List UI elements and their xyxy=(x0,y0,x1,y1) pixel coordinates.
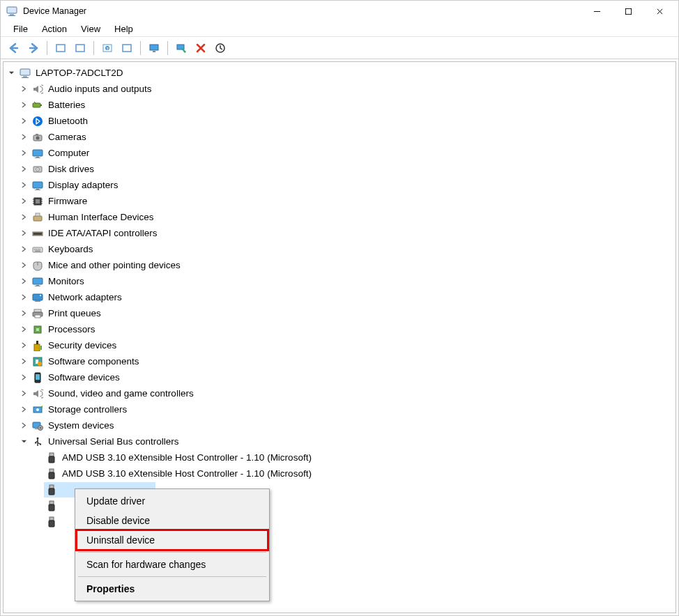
tree-category[interactable]: System devices xyxy=(6,417,676,433)
close-button[interactable] xyxy=(644,1,676,21)
tree-category[interactable]: IDE ATA/ATAPI controllers xyxy=(6,225,676,241)
printer-icon xyxy=(31,307,44,320)
security-icon xyxy=(31,339,44,352)
tree-category[interactable]: Audio inputs and outputs xyxy=(6,81,676,97)
tree-category-usb[interactable]: Universal Serial Bus controllers xyxy=(6,433,676,449)
chip-icon xyxy=(31,195,44,208)
context-menu-item[interactable]: Disable device xyxy=(77,511,268,530)
context-menu-item[interactable]: Update driver xyxy=(77,491,268,511)
caret-right-icon[interactable] xyxy=(19,373,29,383)
tree-device-usb[interactable]: AMD USB 3.10 eXtensible Host Controller … xyxy=(6,449,676,465)
bluetooth-icon xyxy=(31,115,44,128)
tree-root-label: LAPTOP-7ADCLT2D xyxy=(36,66,123,81)
tree-category[interactable]: Disk drives xyxy=(6,161,676,177)
camera-icon xyxy=(31,131,44,144)
usb-dev-icon xyxy=(45,468,58,480)
tree-category[interactable]: Print queues xyxy=(6,305,676,321)
minimize-button[interactable] xyxy=(581,1,613,21)
caret-right-icon[interactable] xyxy=(19,197,29,206)
tb-back-button[interactable] xyxy=(5,39,23,57)
tree-category-label: Print queues xyxy=(48,306,101,321)
battery-icon xyxy=(31,99,44,111)
caret-right-icon[interactable] xyxy=(19,421,29,431)
toolbar xyxy=(1,37,678,59)
window-title: Device Manager xyxy=(23,6,86,16)
titlebar: Device Manager xyxy=(1,1,678,22)
tree-category[interactable]: Bluetooth xyxy=(6,113,676,129)
tree-category-label: IDE ATA/ATAPI controllers xyxy=(48,226,158,241)
maximize-button[interactable] xyxy=(613,1,644,21)
caret-down-icon[interactable] xyxy=(19,437,29,447)
tree-category[interactable]: Mice and other pointing devices xyxy=(6,257,676,273)
caret-right-icon[interactable] xyxy=(19,229,29,238)
tb-show-hidden-button[interactable] xyxy=(52,39,70,57)
caret-right-icon[interactable] xyxy=(19,148,29,158)
tb-help-button[interactable] xyxy=(98,39,116,57)
tree-category-label: Display adapters xyxy=(48,178,119,193)
tb-uninstall-button[interactable] xyxy=(192,39,210,57)
context-menu-separator xyxy=(78,552,266,553)
device-tree[interactable]: LAPTOP-7ADCLT2D Audio inputs and outputs… xyxy=(3,63,676,531)
monitor-icon xyxy=(31,147,44,160)
toolbar-separator xyxy=(167,41,168,55)
menu-action[interactable]: Action xyxy=(35,22,74,36)
menu-view[interactable]: View xyxy=(74,22,107,36)
caret-right-icon[interactable] xyxy=(19,213,29,222)
tree-category[interactable]: Firmware xyxy=(6,193,676,209)
tree-category[interactable]: Software devices xyxy=(6,369,676,385)
caret-right-icon[interactable] xyxy=(19,100,29,110)
tree-category[interactable]: Computer xyxy=(6,145,676,161)
speaker-icon xyxy=(31,83,44,95)
caret-down-icon[interactable] xyxy=(6,68,16,78)
tree-category[interactable]: Storage controllers xyxy=(6,401,676,417)
softdev-icon xyxy=(31,371,44,384)
menu-help[interactable]: Help xyxy=(107,22,140,36)
context-menu-item[interactable]: Scan for hardware changes xyxy=(77,555,268,574)
tree-root[interactable]: LAPTOP-7ADCLT2D xyxy=(6,65,676,81)
caret-right-icon[interactable] xyxy=(19,325,29,334)
tb-forward-button[interactable] xyxy=(24,39,43,57)
tb-scan-button[interactable] xyxy=(172,39,190,57)
caret-right-icon[interactable] xyxy=(19,180,29,190)
context-menu-item[interactable]: Properties xyxy=(77,579,268,599)
usb-dev-icon xyxy=(45,452,58,464)
tree-category[interactable]: Sound, video and game controllers xyxy=(6,385,676,401)
caret-right-icon[interactable] xyxy=(19,164,29,174)
caret-right-icon[interactable] xyxy=(19,405,29,415)
tb-update-button[interactable] xyxy=(118,39,136,57)
tree-category[interactable]: Batteries xyxy=(6,97,676,113)
tree-device-usb[interactable]: AMD USB 3.10 eXtensible Host Controller … xyxy=(6,465,676,482)
caret-right-icon[interactable] xyxy=(19,116,29,126)
caret-right-icon[interactable] xyxy=(19,277,29,286)
caret-right-icon[interactable] xyxy=(19,309,29,318)
mouse-icon xyxy=(31,259,44,272)
caret-right-icon[interactable] xyxy=(19,341,29,351)
caret-right-icon[interactable] xyxy=(19,261,29,270)
tree-category[interactable]: Human Interface Devices xyxy=(6,209,676,225)
caret-right-icon[interactable] xyxy=(19,245,29,254)
tree-category[interactable]: Processors xyxy=(6,321,676,337)
usb-dev-icon xyxy=(45,500,58,512)
tree-category[interactable]: Software components xyxy=(6,353,676,369)
tree-category[interactable]: Display adapters xyxy=(6,177,676,193)
tree-category[interactable]: Network adapters xyxy=(6,289,676,305)
caret-right-icon[interactable] xyxy=(19,293,29,302)
caret-right-icon[interactable] xyxy=(19,357,29,367)
usb-dev-icon xyxy=(45,516,58,528)
caret-right-icon[interactable] xyxy=(19,389,29,399)
device-manager-window: Device Manager File Action View Help xyxy=(0,0,679,616)
context-menu-item[interactable]: Uninstall device xyxy=(77,530,268,550)
tb-computer-button[interactable] xyxy=(145,39,163,57)
tree-category-label: Storage controllers xyxy=(48,402,127,417)
tree-category-label: Monitors xyxy=(48,274,84,289)
tree-device-label: AMD USB 3.10 eXtensible Host Controller … xyxy=(62,466,312,482)
tb-properties-button[interactable] xyxy=(71,39,89,57)
tb-stop-button[interactable] xyxy=(211,39,229,57)
tree-category[interactable]: Monitors xyxy=(6,273,676,289)
tree-category[interactable]: Keyboards xyxy=(6,241,676,257)
caret-right-icon[interactable] xyxy=(19,84,29,94)
menu-file[interactable]: File xyxy=(6,22,35,36)
tree-category[interactable]: Cameras xyxy=(6,129,676,145)
tree-category[interactable]: Security devices xyxy=(6,337,676,353)
caret-right-icon[interactable] xyxy=(19,132,29,142)
